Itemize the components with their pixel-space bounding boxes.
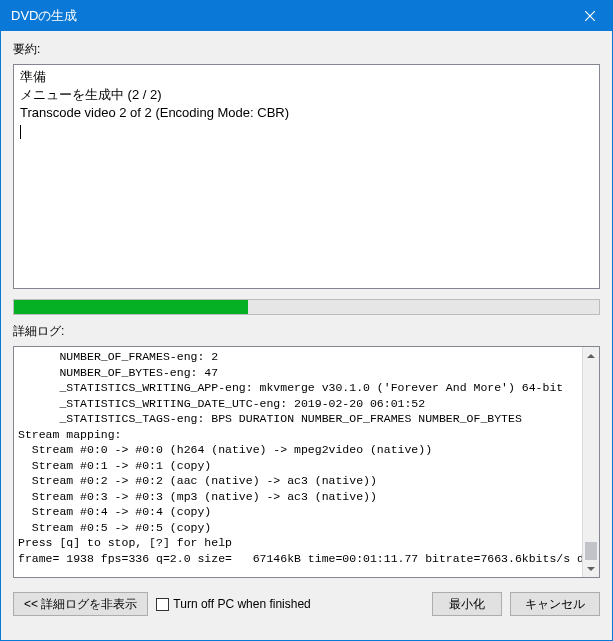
chevron-down-icon — [587, 565, 595, 573]
summary-cursor-line — [20, 123, 593, 141]
dialog-window: DVDの生成 要約: 準備 メニューを生成中 (2 / 2) Transcode… — [0, 0, 613, 641]
minimize-button[interactable]: 最小化 — [432, 592, 502, 616]
turn-off-pc-label: Turn off PC when finished — [173, 597, 310, 611]
titlebar: DVDの生成 — [1, 1, 612, 31]
close-icon — [585, 11, 595, 21]
close-button[interactable] — [567, 1, 612, 31]
summary-box[interactable]: 準備 メニューを生成中 (2 / 2) Transcode video 2 of… — [13, 64, 600, 289]
scroll-thumb[interactable] — [585, 542, 597, 560]
progress-bar — [13, 299, 600, 315]
turn-off-pc-checkbox-wrap[interactable]: Turn off PC when finished — [156, 597, 310, 611]
progress-fill — [14, 300, 248, 314]
button-row: << 詳細ログを非表示 Turn off PC when finished 最小… — [13, 592, 600, 616]
scroll-up-button[interactable] — [583, 347, 599, 364]
log-content[interactable]: NUMBER_OF_FRAMES-eng: 2 NUMBER_OF_BYTES-… — [14, 347, 599, 577]
scroll-down-button[interactable] — [583, 560, 599, 577]
log-box: NUMBER_OF_FRAMES-eng: 2 NUMBER_OF_BYTES-… — [13, 346, 600, 578]
scroll-track[interactable] — [583, 364, 599, 560]
summary-line: 準備 — [20, 68, 593, 86]
chevron-up-icon — [587, 352, 595, 360]
turn-off-pc-checkbox[interactable] — [156, 598, 169, 611]
summary-line: メニューを生成中 (2 / 2) — [20, 86, 593, 104]
summary-line: Transcode video 2 of 2 (Encoding Mode: C… — [20, 104, 593, 122]
log-label: 詳細ログ: — [13, 323, 600, 340]
toggle-log-button[interactable]: << 詳細ログを非表示 — [13, 592, 148, 616]
summary-label: 要約: — [13, 41, 600, 58]
content-area: 要約: 準備 メニューを生成中 (2 / 2) Transcode video … — [1, 31, 612, 640]
cancel-button[interactable]: キャンセル — [510, 592, 600, 616]
window-title: DVDの生成 — [11, 7, 567, 25]
log-scrollbar[interactable] — [582, 347, 599, 577]
